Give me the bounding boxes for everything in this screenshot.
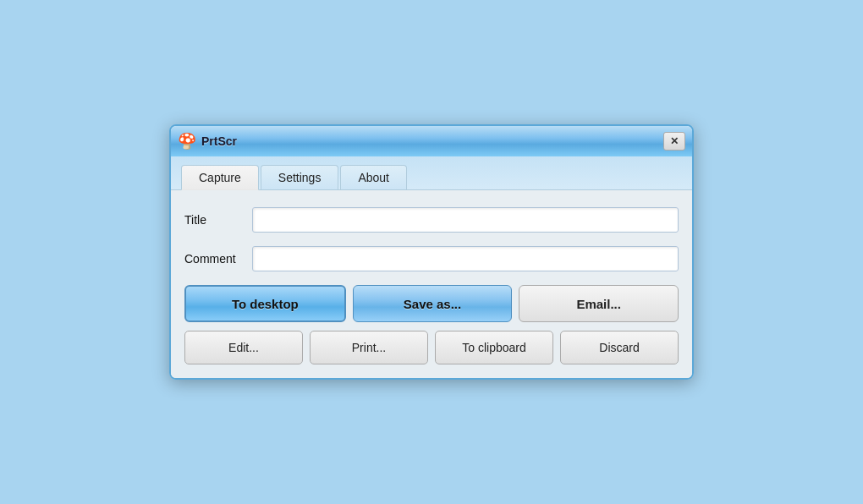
title-input[interactable]: [252, 207, 679, 233]
button-row-1: To desktop Save as... Email...: [184, 285, 679, 322]
app-icon: 🍄: [178, 132, 196, 151]
title-label: Title: [184, 213, 252, 227]
button-row-2: Edit... Print... To clipboard Discard: [184, 331, 679, 364]
print-button[interactable]: Print...: [310, 331, 428, 364]
window-title: PrtScr: [201, 134, 237, 148]
close-button[interactable]: ✕: [663, 132, 685, 151]
tab-capture[interactable]: Capture: [181, 165, 259, 190]
comment-label: Comment: [184, 252, 252, 266]
comment-input[interactable]: [252, 246, 679, 271]
title-row: Title: [184, 207, 679, 233]
comment-row: Comment: [184, 246, 679, 271]
edit-button[interactable]: Edit...: [184, 331, 303, 364]
title-bar-left: 🍄 PrtScr: [178, 132, 237, 151]
title-bar: 🍄 PrtScr ✕: [171, 126, 692, 156]
to-desktop-button[interactable]: To desktop: [184, 285, 346, 322]
tab-bar: Capture Settings About: [171, 156, 692, 190]
tab-about[interactable]: About: [340, 165, 407, 189]
window-body: Capture Settings About Title Comment To …: [171, 156, 692, 378]
main-window: 🍄 PrtScr ✕ Capture Settings About Title …: [169, 124, 694, 380]
tab-settings[interactable]: Settings: [261, 165, 339, 189]
email-button[interactable]: Email...: [519, 285, 679, 322]
discard-button[interactable]: Discard: [560, 331, 679, 364]
content-area: Title Comment To desktop Save as... Emai…: [171, 190, 692, 378]
to-clipboard-button[interactable]: To clipboard: [435, 331, 553, 364]
save-as-button[interactable]: Save as...: [353, 285, 513, 322]
